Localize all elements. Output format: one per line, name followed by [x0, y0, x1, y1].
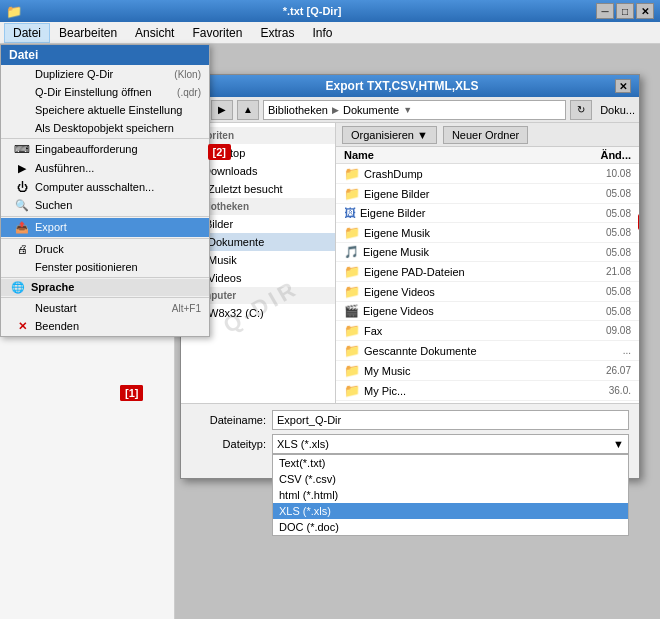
- file-list-header: Name Änd...: [336, 147, 639, 164]
- file-item-name: Fax: [364, 325, 552, 337]
- option-html[interactable]: html (*.html): [273, 487, 628, 503]
- folder-icon: 📁: [344, 323, 360, 338]
- file-item-date: 09.08: [556, 325, 631, 336]
- file-list-item[interactable]: 📁 Eigene PAD-Dateien 21.08: [336, 262, 639, 282]
- file-list-item[interactable]: 📁 My Music 26.07: [336, 361, 639, 381]
- dialog-close-button[interactable]: ✕: [615, 79, 631, 93]
- file-list-item[interactable]: 📁 Gescannte Dokumente ...: [336, 341, 639, 361]
- menu-language-header: 🌐Sprache: [1, 279, 209, 296]
- tree-label: Downloads: [203, 165, 257, 177]
- menu-shutdown[interactable]: ⏻Computer ausschalten...: [1, 178, 209, 196]
- menu-save-desktop[interactable]: Als Desktopobjekt speichern: [1, 119, 209, 137]
- folder-icon: 📁: [344, 383, 360, 398]
- datei-menu-header: Datei: [1, 45, 209, 65]
- option-xls[interactable]: XLS (*.xls): [273, 503, 628, 519]
- menu-window-pos[interactable]: Fenster positionieren: [1, 258, 209, 276]
- menu-open-settings[interactable]: Q-Dir Einstellung öffnen (.qdr): [1, 83, 209, 101]
- export-dialog: Export TXT,CSV,HTML,XLS ✕ ◀ ▶ ▲ Biblioth…: [180, 74, 640, 479]
- quit-icon: ✕: [13, 320, 31, 333]
- file-item-date: 05.08: [556, 286, 631, 297]
- menu-info[interactable]: Info: [303, 23, 341, 43]
- tree-label: Zuletzt besucht: [208, 183, 283, 195]
- tree-label: Videos: [208, 272, 241, 284]
- file-item-name: Eigene Videos: [363, 305, 552, 317]
- menu-cmd[interactable]: ⌨Eingabeaufforderung: [1, 140, 209, 159]
- file-item-date: 36.0.: [556, 385, 631, 396]
- file-list-item[interactable]: 📁 Eigene Bilder 05.08: [336, 184, 639, 204]
- folder-icon: 📁: [344, 186, 360, 201]
- search-icon: 🔍: [13, 199, 31, 212]
- menu-quit[interactable]: ✕Beenden: [1, 317, 209, 336]
- breadcrumb-chevron2: ▼: [403, 105, 412, 115]
- breadcrumb-chevron: ▶: [332, 105, 339, 115]
- file-list-item[interactable]: 🎵 Eigene Musik 05.08: [336, 243, 639, 262]
- menu-restart[interactable]: Neustart Alt+F1: [1, 299, 209, 317]
- menu-run[interactable]: ▶Ausführen...: [1, 159, 209, 178]
- file-area-toolbar: Organisieren ▼ Neuer Ordner: [336, 123, 639, 147]
- image-icon: 🖼: [344, 206, 356, 220]
- file-item-date: 10.08: [556, 168, 631, 179]
- menu-datei[interactable]: Datei: [4, 23, 50, 43]
- filename-row: Dateiname:: [191, 410, 629, 430]
- file-item-date: 05.08: [556, 208, 631, 219]
- shutdown-icon: ⏻: [13, 181, 31, 193]
- up-button[interactable]: ▲: [237, 100, 259, 120]
- file-list-item[interactable]: 📁 Eigene Videos 05.08: [336, 282, 639, 302]
- menu-separator-5: [1, 297, 209, 298]
- filetype-display[interactable]: XLS (*.xls) ▼: [272, 434, 629, 454]
- file-item-name: Eigene Videos: [364, 286, 552, 298]
- option-doc[interactable]: DOC (*.doc): [273, 519, 628, 535]
- file-item-name: Eigene Bilder: [360, 207, 552, 219]
- file-list-item[interactable]: 📁 Fax 09.08: [336, 321, 639, 341]
- forward-button[interactable]: ▶: [211, 100, 233, 120]
- file-item-date: 05.08: [556, 227, 631, 238]
- menu-separator-3: [1, 238, 209, 239]
- filename-input[interactable]: [272, 410, 629, 430]
- refresh-button[interactable]: ↻: [570, 100, 592, 120]
- dialog-title-text: Export TXT,CSV,HTML,XLS: [189, 79, 615, 93]
- filetype-row: Dateityp: XLS (*.xls) ▼ Text(*.txt) CSV …: [191, 434, 629, 454]
- language-icon: 🌐: [9, 281, 27, 294]
- tree-label: W8x32 (C:): [208, 307, 264, 319]
- maximize-button[interactable]: □: [616, 3, 634, 19]
- close-button[interactable]: ✕: [636, 3, 654, 19]
- tree-label: Dokumente: [208, 236, 264, 248]
- search-label: Doku...: [600, 104, 635, 116]
- dialog-content: Favoriten 🖥 Desktop ⬇ Downloads 📋 Zuletz…: [181, 123, 639, 403]
- file-item-date: ...: [556, 345, 631, 356]
- menu-duplicate[interactable]: Dupliziere Q-Dir (Klon): [1, 65, 209, 83]
- menu-separator: [1, 138, 209, 139]
- menu-separator-4: [1, 277, 209, 278]
- menu-favoriten[interactable]: Favoriten: [183, 23, 251, 43]
- menu-ansicht[interactable]: Ansicht: [126, 23, 183, 43]
- minimize-button[interactable]: ─: [596, 3, 614, 19]
- option-txt[interactable]: Text(*.txt): [273, 455, 628, 471]
- option-csv[interactable]: CSV (*.csv): [273, 471, 628, 487]
- folder-icon: 📁: [344, 363, 360, 378]
- folder-icon: 📁: [344, 166, 360, 181]
- menu-bearbeiten[interactable]: Bearbeiten: [50, 23, 126, 43]
- file-list-item[interactable]: 🎬 Eigene Videos 05.08: [336, 302, 639, 321]
- menu-export[interactable]: 📤Export: [1, 218, 209, 237]
- menu-search[interactable]: 🔍Suchen: [1, 196, 209, 215]
- menu-save-current[interactable]: Speichere aktuelle Einstellung: [1, 101, 209, 119]
- music-icon: 🎵: [344, 245, 359, 259]
- menu-section-2: [2] ⌨Eingabeaufforderung: [1, 140, 209, 159]
- column-date: Änd...: [551, 149, 631, 161]
- menu-extras[interactable]: Extras: [251, 23, 303, 43]
- export-icon: 📤: [13, 221, 31, 234]
- dialog-bottom: Dateiname: Dateityp: XLS (*.xls) ▼ Text(…: [181, 403, 639, 478]
- address-bar[interactable]: Bibliotheken ▶ Dokumente ▼: [263, 100, 566, 120]
- run-icon: ▶: [13, 162, 31, 175]
- organize-button[interactable]: Organisieren ▼: [342, 126, 437, 144]
- title-bar-text: *.txt [Q-Dir]: [28, 5, 596, 17]
- file-list-item[interactable]: 📁 My Pic... 36.0.: [336, 381, 639, 401]
- file-list-item[interactable]: 📁 CrashDump 10.08: [336, 164, 639, 184]
- file-item-name: CrashDump: [364, 168, 552, 180]
- file-list-item[interactable]: 🖼 Eigene Bilder 05.08: [336, 204, 639, 223]
- file-list-item[interactable]: 📁 Eigene Musik 05.08: [336, 223, 639, 243]
- new-folder-button[interactable]: Neuer Ordner: [443, 126, 528, 144]
- breadcrumb-libraries: Bibliotheken: [268, 104, 328, 116]
- folder-icon: 📁: [344, 264, 360, 279]
- menu-print[interactable]: 🖨Druck: [1, 240, 209, 258]
